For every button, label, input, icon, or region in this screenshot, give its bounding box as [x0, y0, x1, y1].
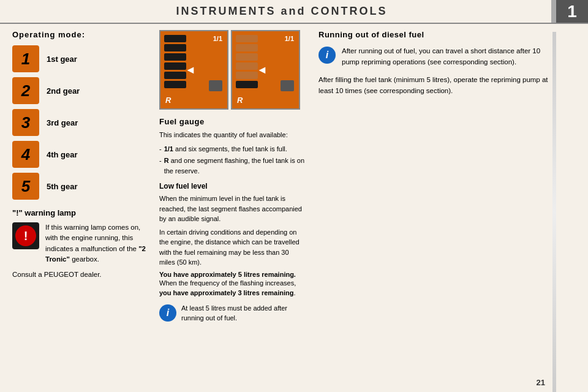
low-fuel-text-3: When the frequency of the flashing incre…	[159, 278, 306, 298]
gear-1-badge: 1	[12, 45, 39, 72]
dash-2: -	[159, 156, 162, 176]
gauge-segments-reserve	[236, 35, 258, 88]
left-column: Operating mode: 1 1st gear 2 2nd gear 3 …	[12, 30, 147, 378]
gauge-fraction-2: 1/1	[285, 35, 294, 42]
exclamation-icon: !	[15, 225, 36, 246]
page-title: INSTRUMENTS and CONTROLS	[12, 5, 551, 18]
warning-text-before: If this warning lamp comes on, with the …	[45, 224, 140, 252]
running-out-info: i After running out of fuel, you can tra…	[318, 45, 551, 68]
warning-lamp-title: "!" warning lamp	[12, 208, 147, 217]
seg-6	[164, 81, 186, 88]
info-box-bottom: i At least 5 litres must be added after …	[159, 303, 306, 323]
info-icon-bottom: i	[159, 304, 176, 322]
warning-section: "!" warning lamp ! If this warning lamp …	[12, 208, 147, 278]
gear-4-label: 4th gear	[47, 150, 78, 159]
gauge-arrow-1: ◄	[185, 64, 196, 77]
fuel-gauge-reserve: 1/1 ◄ R	[231, 30, 300, 110]
warning-text-after: gearbox.	[70, 255, 99, 263]
gear-3-label: 3rd gear	[47, 118, 78, 127]
chapter-number: 1	[556, 0, 588, 23]
seg-r6	[236, 81, 258, 88]
fuel-gauges-container: 1/1 ◄ R 1/1	[159, 30, 306, 110]
gear-1-label: 1st gear	[47, 55, 77, 64]
low-fuel-text-2: In certain driving conditions and depend…	[159, 227, 306, 268]
running-additional-text: After filling the fuel tank (minimum 5 l…	[318, 74, 551, 97]
fuel-pump-icon-2	[281, 80, 294, 91]
gauge-fraction-1: 1/1	[213, 35, 222, 42]
highlight-3-litres: you have approximately 3 litres remainin…	[159, 289, 293, 296]
gear-2-item: 2 2nd gear	[12, 77, 147, 104]
seg-1	[164, 35, 186, 42]
seg-r5	[236, 72, 258, 79]
warning-description: If this warning lamp comes on, with the …	[45, 222, 147, 265]
gear-4-item: 4 4th gear	[12, 141, 147, 168]
seg-3	[164, 53, 186, 61]
seg-r1	[236, 35, 258, 42]
info-text-bottom: At least 5 litres must be added after ru…	[181, 303, 306, 323]
gear-5-badge: 5	[12, 173, 39, 200]
running-info-text-1: After running out of fuel, you can trave…	[342, 45, 551, 68]
gear-5-item: 5 5th gear	[12, 173, 147, 200]
gauge-segments-full	[164, 35, 186, 88]
gauge-arrow-2: ◄	[257, 64, 268, 77]
low-fuel-section: Low fuel level When the minimum level in…	[159, 182, 306, 323]
seg-4	[164, 62, 186, 70]
seg-r2	[236, 44, 258, 51]
fuel-gauge-full: 1/1 ◄ R	[159, 30, 228, 110]
seg-r4	[236, 62, 258, 70]
page-header: INSTRUMENTS and CONTROLS 1	[0, 0, 588, 24]
operating-mode-title: Operating mode:	[12, 30, 147, 39]
gear-1-item: 1 1st gear	[12, 45, 147, 72]
running-out-title: Running out of diesel fuel	[318, 30, 551, 39]
warning-icon: !	[12, 222, 39, 249]
low-fuel-title: Low fuel level	[159, 182, 306, 190]
header-accent	[551, 0, 556, 23]
dash-1: -	[159, 144, 162, 154]
warning-item: ! If this warning lamp comes on, with th…	[12, 222, 147, 265]
gear-5-label: 5th gear	[47, 182, 78, 191]
highlight-5-litres: You have approximately 5 litres remainin…	[159, 271, 306, 278]
gauge-r-2: R	[237, 96, 243, 105]
bullet-r-key: R	[164, 157, 169, 164]
gear-2-label: 2nd gear	[47, 86, 80, 96]
gauge-r-1: R	[165, 96, 171, 105]
middle-column: 1/1 ◄ R 1/1	[159, 30, 306, 378]
right-accent-bar	[552, 32, 556, 392]
seg-5	[164, 72, 186, 79]
gear-3-item: 3 3rd gear	[12, 109, 147, 136]
gear-2-badge: 2	[12, 77, 39, 104]
consult-dealer-text: Consult a PEUGEOT dealer.	[12, 271, 147, 278]
gear-3-badge: 3	[12, 109, 39, 136]
bullet-1-1: - 1/1 and six segments, the fuel tank is…	[159, 144, 306, 154]
fuel-desc: This indicates the quantity of fuel avai…	[159, 130, 306, 140]
fuel-pump-icon	[209, 80, 222, 91]
info-icon-right: i	[318, 47, 336, 64]
bullet-1-text: 1/1 and six segments, the fuel tank is f…	[164, 144, 287, 154]
bullet-1-key: 1/1	[164, 145, 173, 153]
bullet-1-r: - R and one segment flashing, the fuel t…	[159, 156, 306, 176]
seg-r3	[236, 53, 258, 61]
fuel-gauge-title: Fuel gauge	[159, 117, 306, 126]
main-content: Operating mode: 1 1st gear 2 2nd gear 3 …	[0, 24, 588, 384]
seg-2	[164, 44, 186, 51]
right-column: Running out of diesel fuel i After runni…	[318, 30, 551, 378]
bottom-page-number: 21	[537, 378, 545, 387]
low-fuel-text-1: When the minimum level in the fuel tank …	[159, 194, 306, 224]
gear-4-badge: 4	[12, 141, 39, 168]
bullet-r-text: R and one segment flashing, the fuel tan…	[164, 156, 306, 176]
